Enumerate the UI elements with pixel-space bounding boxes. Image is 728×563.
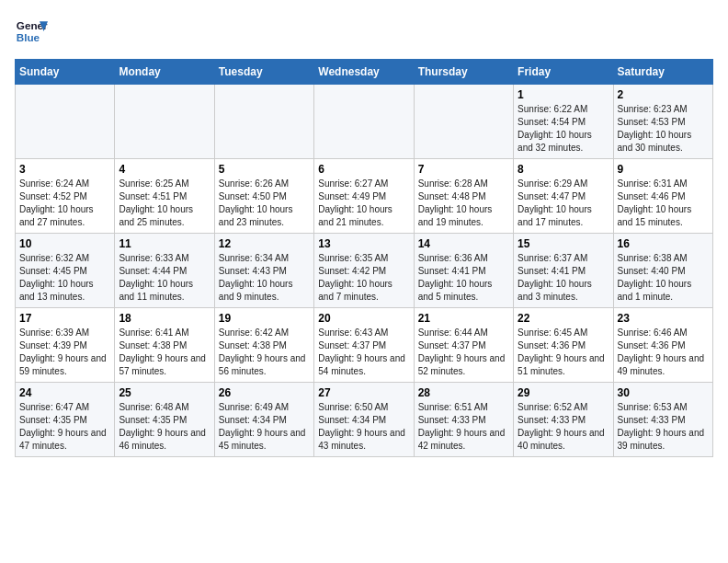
calendar-cell: 27Sunrise: 6:50 AM Sunset: 4:34 PM Dayli… <box>314 383 414 457</box>
calendar-cell: 7Sunrise: 6:28 AM Sunset: 4:48 PM Daylig… <box>414 159 513 234</box>
day-number: 4 <box>119 163 210 176</box>
calendar-cell: 10Sunrise: 6:32 AM Sunset: 4:45 PM Dayli… <box>16 234 115 308</box>
day-number: 19 <box>219 312 310 325</box>
day-info: Sunrise: 6:23 AM Sunset: 4:53 PM Dayligh… <box>618 103 709 155</box>
calendar-cell: 5Sunrise: 6:26 AM Sunset: 4:50 PM Daylig… <box>214 159 313 234</box>
weekday-header: Thursday <box>414 60 513 85</box>
day-number: 3 <box>19 163 110 176</box>
day-info: Sunrise: 6:44 AM Sunset: 4:37 PM Dayligh… <box>418 327 509 378</box>
day-number: 6 <box>318 163 409 176</box>
weekday-header: Tuesday <box>214 60 313 85</box>
page-header: General Blue <box>15 15 713 48</box>
day-number: 26 <box>219 386 310 399</box>
day-number: 16 <box>618 237 709 250</box>
day-number: 22 <box>518 312 609 325</box>
calendar-cell: 24Sunrise: 6:47 AM Sunset: 4:35 PM Dayli… <box>16 383 115 457</box>
day-number: 17 <box>19 312 110 325</box>
calendar-body: 1Sunrise: 6:22 AM Sunset: 4:54 PM Daylig… <box>16 85 713 457</box>
day-number: 18 <box>119 312 210 325</box>
day-info: Sunrise: 6:42 AM Sunset: 4:38 PM Dayligh… <box>219 327 310 378</box>
calendar-week: 17Sunrise: 6:39 AM Sunset: 4:39 PM Dayli… <box>16 308 713 383</box>
weekday-header: Sunday <box>16 60 115 85</box>
calendar-cell <box>16 85 115 159</box>
day-number: 7 <box>418 163 509 176</box>
day-number: 29 <box>518 386 609 399</box>
day-number: 14 <box>418 237 509 250</box>
calendar-header: SundayMondayTuesdayWednesdayThursdayFrid… <box>16 60 713 85</box>
calendar-cell <box>214 85 313 159</box>
day-info: Sunrise: 6:52 AM Sunset: 4:33 PM Dayligh… <box>518 401 609 453</box>
calendar-cell: 13Sunrise: 6:35 AM Sunset: 4:42 PM Dayli… <box>314 234 414 308</box>
calendar-cell: 21Sunrise: 6:44 AM Sunset: 4:37 PM Dayli… <box>414 308 513 383</box>
day-number: 25 <box>119 386 210 399</box>
calendar-cell: 9Sunrise: 6:31 AM Sunset: 4:46 PM Daylig… <box>613 159 712 234</box>
day-number: 8 <box>518 163 609 176</box>
calendar-week: 3Sunrise: 6:24 AM Sunset: 4:52 PM Daylig… <box>16 159 713 234</box>
calendar-cell: 17Sunrise: 6:39 AM Sunset: 4:39 PM Dayli… <box>16 308 115 383</box>
day-info: Sunrise: 6:48 AM Sunset: 4:35 PM Dayligh… <box>119 401 210 453</box>
weekday-header: Friday <box>514 60 613 85</box>
day-number: 15 <box>518 237 609 250</box>
day-number: 27 <box>318 386 409 399</box>
calendar-cell: 29Sunrise: 6:52 AM Sunset: 4:33 PM Dayli… <box>514 383 613 457</box>
logo: General Blue <box>15 15 48 48</box>
calendar-cell: 16Sunrise: 6:38 AM Sunset: 4:40 PM Dayli… <box>613 234 712 308</box>
day-info: Sunrise: 6:22 AM Sunset: 4:54 PM Dayligh… <box>518 103 609 155</box>
day-info: Sunrise: 6:26 AM Sunset: 4:50 PM Dayligh… <box>219 178 310 229</box>
day-info: Sunrise: 6:53 AM Sunset: 4:33 PM Dayligh… <box>618 401 709 453</box>
day-info: Sunrise: 6:43 AM Sunset: 4:37 PM Dayligh… <box>318 327 409 378</box>
calendar-cell: 30Sunrise: 6:53 AM Sunset: 4:33 PM Dayli… <box>613 383 712 457</box>
weekday-header: Monday <box>115 60 214 85</box>
day-number: 20 <box>318 312 409 325</box>
calendar-cell: 2Sunrise: 6:23 AM Sunset: 4:53 PM Daylig… <box>613 85 712 159</box>
calendar-cell: 1Sunrise: 6:22 AM Sunset: 4:54 PM Daylig… <box>514 85 613 159</box>
calendar-cell <box>414 85 513 159</box>
day-info: Sunrise: 6:50 AM Sunset: 4:34 PM Dayligh… <box>318 401 409 453</box>
day-info: Sunrise: 6:32 AM Sunset: 4:45 PM Dayligh… <box>19 252 110 304</box>
day-number: 11 <box>119 237 210 250</box>
calendar-cell: 14Sunrise: 6:36 AM Sunset: 4:41 PM Dayli… <box>414 234 513 308</box>
calendar-cell: 23Sunrise: 6:46 AM Sunset: 4:36 PM Dayli… <box>613 308 712 383</box>
day-info: Sunrise: 6:37 AM Sunset: 4:41 PM Dayligh… <box>518 252 609 304</box>
day-number: 10 <box>19 237 110 250</box>
calendar-cell: 19Sunrise: 6:42 AM Sunset: 4:38 PM Dayli… <box>214 308 313 383</box>
day-info: Sunrise: 6:41 AM Sunset: 4:38 PM Dayligh… <box>119 327 210 378</box>
calendar-cell: 4Sunrise: 6:25 AM Sunset: 4:51 PM Daylig… <box>115 159 214 234</box>
calendar-week: 24Sunrise: 6:47 AM Sunset: 4:35 PM Dayli… <box>16 383 713 457</box>
day-info: Sunrise: 6:27 AM Sunset: 4:49 PM Dayligh… <box>318 178 409 229</box>
day-info: Sunrise: 6:46 AM Sunset: 4:36 PM Dayligh… <box>618 327 709 378</box>
calendar-cell <box>314 85 414 159</box>
day-info: Sunrise: 6:38 AM Sunset: 4:40 PM Dayligh… <box>618 252 709 304</box>
day-info: Sunrise: 6:47 AM Sunset: 4:35 PM Dayligh… <box>19 401 110 453</box>
day-number: 12 <box>219 237 310 250</box>
day-info: Sunrise: 6:51 AM Sunset: 4:33 PM Dayligh… <box>418 401 509 453</box>
day-info: Sunrise: 6:45 AM Sunset: 4:36 PM Dayligh… <box>518 327 609 378</box>
day-info: Sunrise: 6:29 AM Sunset: 4:47 PM Dayligh… <box>518 178 609 229</box>
day-number: 28 <box>418 386 509 399</box>
calendar-cell: 18Sunrise: 6:41 AM Sunset: 4:38 PM Dayli… <box>115 308 214 383</box>
day-info: Sunrise: 6:31 AM Sunset: 4:46 PM Dayligh… <box>618 178 709 229</box>
day-info: Sunrise: 6:35 AM Sunset: 4:42 PM Dayligh… <box>318 252 409 304</box>
calendar-cell <box>115 85 214 159</box>
day-number: 24 <box>19 386 110 399</box>
day-number: 5 <box>219 163 310 176</box>
calendar-cell: 6Sunrise: 6:27 AM Sunset: 4:49 PM Daylig… <box>314 159 414 234</box>
calendar-cell: 15Sunrise: 6:37 AM Sunset: 4:41 PM Dayli… <box>514 234 613 308</box>
day-number: 13 <box>318 237 409 250</box>
calendar-cell: 12Sunrise: 6:34 AM Sunset: 4:43 PM Dayli… <box>214 234 313 308</box>
calendar-table: SundayMondayTuesdayWednesdayThursdayFrid… <box>15 59 713 457</box>
calendar-cell: 28Sunrise: 6:51 AM Sunset: 4:33 PM Dayli… <box>414 383 513 457</box>
weekday-header: Wednesday <box>314 60 414 85</box>
day-info: Sunrise: 6:24 AM Sunset: 4:52 PM Dayligh… <box>19 178 110 229</box>
calendar-cell: 26Sunrise: 6:49 AM Sunset: 4:34 PM Dayli… <box>214 383 313 457</box>
day-number: 30 <box>618 386 709 399</box>
day-number: 2 <box>618 88 709 101</box>
day-info: Sunrise: 6:25 AM Sunset: 4:51 PM Dayligh… <box>119 178 210 229</box>
day-info: Sunrise: 6:28 AM Sunset: 4:48 PM Dayligh… <box>418 178 509 229</box>
calendar-cell: 25Sunrise: 6:48 AM Sunset: 4:35 PM Dayli… <box>115 383 214 457</box>
calendar-cell: 20Sunrise: 6:43 AM Sunset: 4:37 PM Dayli… <box>314 308 414 383</box>
day-number: 1 <box>518 88 609 101</box>
day-number: 23 <box>618 312 709 325</box>
svg-text:Blue: Blue <box>17 31 40 43</box>
calendar-cell: 3Sunrise: 6:24 AM Sunset: 4:52 PM Daylig… <box>16 159 115 234</box>
